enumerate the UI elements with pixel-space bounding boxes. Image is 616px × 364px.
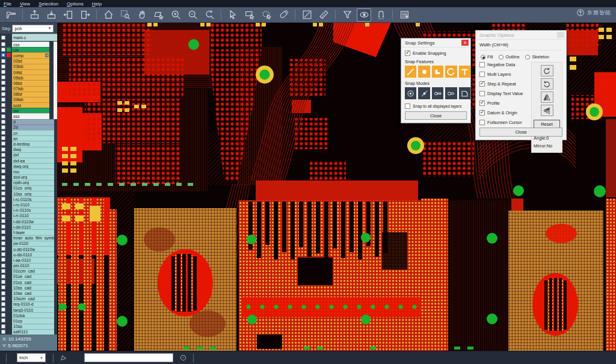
zoom-in-icon[interactable] [168,8,183,22]
layer-row-i-rr-0110[interactable]: i-rr-0110 [0,213,57,218]
layer-visibility-checkbox[interactable] [1,318,5,322]
line-tool-icon[interactable] [300,8,314,22]
layer-visibility-checkbox[interactable] [1,141,5,146]
layer-name-bar[interactable]: npth-org [12,180,54,185]
checkbox[interactable] [479,81,485,87]
layer-name-bar[interactable]: saf0110 [12,329,54,335]
layer-visibility-checkbox[interactable] [1,120,5,124]
layer-visibility-checkbox[interactable] [1,252,5,256]
layer-name-bar[interactable]: 09lsb [12,97,49,102]
page-export-icon[interactable] [78,8,92,22]
filter-funnel-icon[interactable] [340,8,354,22]
layer-name-bar[interactable]: reg-0110-d [12,301,54,307]
zoom-out-icon[interactable] [185,8,200,22]
layer-name-bar[interactable]: 10scm_cad [12,296,54,301]
layer-visibility-checkbox[interactable] [1,164,5,168]
layer-name-bar[interactable]: dxf-ea [12,158,54,163]
layer-visibility-checkbox[interactable] [1,285,5,289]
layer-visibility-checkbox[interactable] [1,169,5,173]
units-select[interactable]: Inch ▼ [17,353,46,362]
layer-visibility-checkbox[interactable] [1,180,5,185]
layer-visibility-checkbox[interactable] [1,108,5,113]
layer-visibility-checkbox[interactable] [1,59,5,63]
layer-row-10sp[interactable]: 10sp [0,324,57,329]
layer-name-bar[interactable]: css [12,42,49,47]
layer-row-07lsb[interactable]: 07lsb [0,86,57,91]
layer-row-2d[interactable]: 2d [0,125,57,130]
snap-mode-pad-outline-icon[interactable] [445,87,457,99]
layer-name-bar[interactable]: 01cs_orig [12,185,54,191]
option-row-display-text-value[interactable]: Display Text Value [479,91,531,96]
layer-name-bar[interactable]: 02lst [12,58,49,64]
layer-visibility-checkbox[interactable] [1,92,5,96]
layer-name-bar[interactable]: 05lsb [12,75,49,80]
layer-visibility-checkbox[interactable] [1,53,5,57]
layer-name-bar[interactable]: cm [12,47,49,52]
layer-name-bar[interactable]: f-layer [12,229,54,235]
layer-visibility-checkbox[interactable] [1,131,5,135]
layer-name-bar[interactable]: 08lst [12,91,49,97]
zoom-reset-icon[interactable] [202,8,217,22]
flip-horizontal-icon[interactable] [541,91,553,103]
layer-row-01ccm_cad[interactable]: 01ccm_cad [0,268,57,274]
snap-feature-line-icon[interactable] [405,66,416,78]
radio-outline[interactable] [499,55,504,60]
layer-visibility-checkbox[interactable] [1,158,5,162]
layer-name-bar[interactable]: 03lsb [12,64,49,69]
layer-row-10ss_cad[interactable]: 10ss_cad [0,285,57,290]
close-icon[interactable] [557,32,564,38]
layer-visibility-checkbox[interactable] [1,125,5,129]
layer-visibility-checkbox[interactable] [1,147,5,152]
snap-mode-point-on-line-icon[interactable] [418,87,430,99]
option-row-step-repeat[interactable]: Step & Repeat [479,81,531,87]
layer-name-bar[interactable]: 01ce_cad [12,274,54,279]
zoom-area-icon[interactable] [152,8,166,22]
layer-row-cm[interactable]: cm [0,47,57,52]
layer-row-pin-0110[interactable]: pin-0110 [0,263,57,268]
layer-row-cn[interactable]: cn [0,130,57,135]
layer-visibility-checkbox[interactable] [1,153,5,157]
refresh-icon[interactable] [179,354,187,362]
layer-name-bar[interactable]: dxf [12,152,54,158]
measure-ruler-icon[interactable] [316,8,331,22]
close-button[interactable]: Close [479,128,562,137]
layer-row-targ3-0110[interactable]: targ3-0110 [0,307,57,312]
layer-visibility-checkbox[interactable] [1,81,5,85]
layer-row-pe-0110[interactable]: pe-0110 [0,241,57,246]
layer-name-bar[interactable]: 01cp [12,318,54,323]
layer-row-mark-c[interactable]: mark-c [0,34,57,41]
option-row-multi-layers[interactable]: Multi Layers [479,72,531,77]
layer-name-bar[interactable]: u-dd-0110w [12,246,54,251]
checkbox[interactable] [405,103,410,109]
close-icon[interactable]: x [461,40,469,46]
snap-mode-center-icon[interactable] [405,87,416,99]
layer-name-bar[interactable]: 10ss_orig [12,191,54,196]
poly-select-icon[interactable] [259,8,274,22]
layer-visibility-checkbox[interactable] [1,103,5,107]
brush-paint-icon[interactable] [276,8,291,22]
layer-row-04lst[interactable]: 04lst [0,69,57,75]
snap-magnet-icon[interactable] [374,8,388,22]
layer-row-css[interactable]: css [0,42,57,47]
page-import-icon[interactable] [61,8,75,22]
menu-item-options[interactable]: Options [67,1,84,7]
layer-name-bar[interactable]: i-dd-0110w [12,218,54,224]
snap-feature-corner-icon[interactable] [432,66,443,78]
layer-visibility-checkbox[interactable] [1,330,5,334]
rotate-ccw-icon[interactable] [541,78,553,90]
checkbox[interactable] [479,62,485,67]
layer-visibility-checkbox[interactable] [1,35,5,40]
radio-skeleton[interactable] [525,55,530,60]
layer-name-bar[interactable]: i-dd-0110 [12,224,54,229]
layer-visibility-checkbox[interactable] [1,297,5,301]
layer-row-i-rc-0110s[interactable]: i-rc-0110s [0,196,57,202]
layer-name-bar[interactable]: sold [12,102,49,108]
layer-visibility-checkbox[interactable] [1,258,5,262]
layer-row-npth-org[interactable]: npth-org [0,180,57,185]
menu-item-selection[interactable]: Selection [38,1,58,7]
checkbox[interactable] [479,100,485,106]
layer-name-bar[interactable]: i-aa-0110 [12,257,54,262]
layer-name-bar[interactable]: u-dd-0110 [12,251,54,257]
layer-name-bar[interactable]: 10ss_cad [12,285,54,290]
layer-row-02lst[interactable]: 02lst [0,58,57,64]
